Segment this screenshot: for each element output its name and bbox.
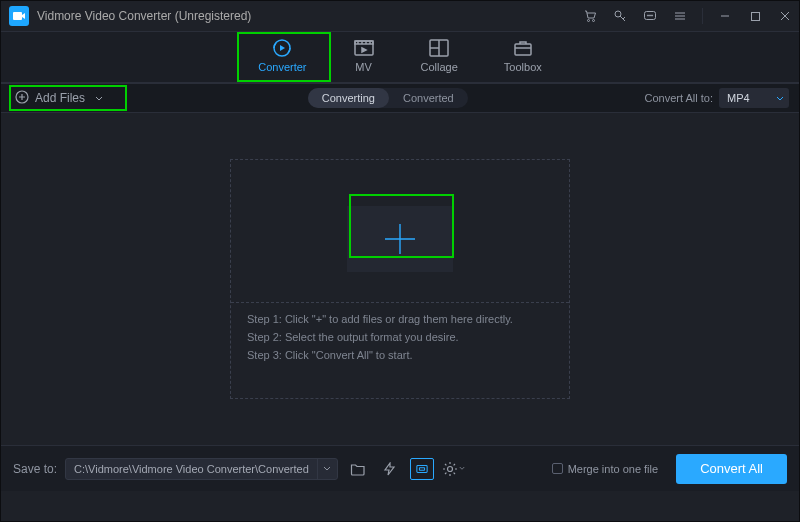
cart-icon[interactable]	[582, 8, 598, 24]
collage-icon	[428, 38, 450, 58]
add-files-big-button[interactable]	[347, 206, 453, 272]
close-icon[interactable]	[777, 8, 793, 24]
output-format-value: MP4	[727, 92, 750, 104]
app-logo	[9, 6, 29, 26]
chevron-down-icon	[95, 91, 103, 105]
add-files-label: Add Files	[35, 91, 85, 105]
chevron-down-icon	[776, 92, 784, 104]
chevron-down-icon[interactable]	[317, 458, 337, 480]
settings-button[interactable]	[442, 458, 466, 480]
pill-converted[interactable]: Converted	[389, 88, 468, 108]
convert-all-to: Convert All to: MP4	[645, 88, 789, 108]
tab-collage-label: Collage	[421, 61, 458, 73]
high-speed-toggle[interactable]	[378, 458, 402, 480]
save-to-label: Save to:	[13, 462, 57, 476]
instructions: Step 1: Click "+" to add files or drag t…	[231, 302, 569, 375]
svg-point-5	[647, 15, 648, 16]
tab-toolbox[interactable]: Toolbox	[494, 38, 552, 82]
svg-point-6	[649, 15, 650, 16]
converter-icon	[271, 38, 293, 58]
add-files-button[interactable]: Add Files	[11, 87, 131, 110]
plus-circle-icon	[15, 90, 29, 107]
main-tabs: Converter MV Collage Toolbox	[1, 31, 799, 83]
titlebar: Vidmore Video Converter (Unregistered)	[1, 1, 799, 31]
save-to-path-value: C:\Vidmore\Vidmore Video Converter\Conve…	[66, 463, 317, 475]
svg-rect-16	[419, 467, 424, 470]
merge-label: Merge into one file	[568, 463, 659, 475]
step-1: Step 1: Click "+" to add files or drag t…	[247, 313, 553, 325]
drop-zone[interactable]: Step 1: Click "+" to add files or drag t…	[230, 159, 570, 399]
svg-rect-8	[751, 12, 759, 20]
tab-toolbox-label: Toolbox	[504, 61, 542, 73]
merge-checkbox[interactable]: Merge into one file	[552, 463, 659, 475]
toolbox-icon	[512, 38, 534, 58]
feedback-icon[interactable]	[642, 8, 658, 24]
checkbox-icon	[552, 463, 563, 474]
step-2: Step 2: Select the output format you des…	[247, 331, 553, 343]
convert-all-button[interactable]: Convert All	[676, 454, 787, 484]
maximize-icon[interactable]	[747, 8, 763, 24]
tab-mv[interactable]: MV	[343, 38, 385, 82]
tab-collage[interactable]: Collage	[411, 38, 468, 82]
sub-toolbar: Add Files Converting Converted Convert A…	[1, 83, 799, 113]
menu-icon[interactable]	[672, 8, 688, 24]
svg-point-1	[588, 20, 590, 22]
window-title: Vidmore Video Converter (Unregistered)	[37, 9, 251, 23]
main-area: Step 1: Click "+" to add files or drag t…	[1, 113, 799, 445]
output-format-select[interactable]: MP4	[719, 88, 789, 108]
key-icon[interactable]	[612, 8, 628, 24]
status-pills: Converting Converted	[308, 88, 468, 108]
mv-icon	[353, 38, 375, 58]
open-folder-button[interactable]	[346, 458, 370, 480]
gpu-accel-toggle[interactable]	[410, 458, 434, 480]
tab-converter[interactable]: Converter	[248, 38, 316, 82]
svg-point-2	[593, 20, 595, 22]
tab-converter-label: Converter	[258, 61, 306, 73]
step-3: Step 3: Click "Convert All" to start.	[247, 349, 553, 361]
save-to-path-field[interactable]: C:\Vidmore\Vidmore Video Converter\Conve…	[65, 458, 338, 480]
tab-mv-label: MV	[355, 61, 372, 73]
minimize-icon[interactable]	[717, 8, 733, 24]
svg-point-7	[651, 15, 652, 16]
pill-converting[interactable]: Converting	[308, 88, 389, 108]
svg-rect-15	[417, 465, 427, 472]
svg-rect-13	[515, 44, 531, 55]
convert-all-to-label: Convert All to:	[645, 92, 713, 104]
bottom-bar: Save to: C:\Vidmore\Vidmore Video Conver…	[1, 445, 799, 491]
svg-point-17	[448, 466, 453, 471]
svg-rect-0	[13, 12, 22, 20]
